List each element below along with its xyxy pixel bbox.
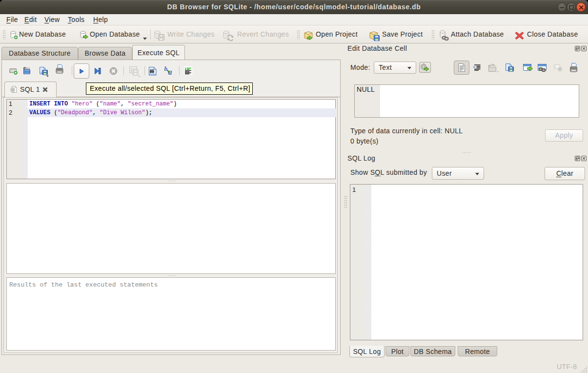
svg-text:b: b — [164, 65, 168, 72]
